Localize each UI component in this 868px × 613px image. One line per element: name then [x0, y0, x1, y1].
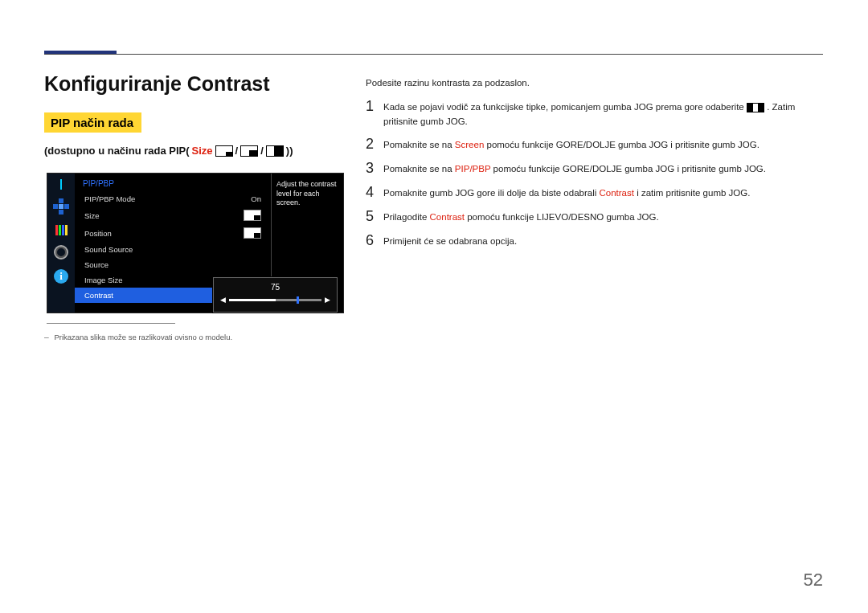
pip-size-icon-small: [215, 145, 233, 157]
osd-label: Position: [84, 229, 112, 238]
page-title: Konfiguriranje Contrast: [44, 72, 270, 96]
step-text: Primijenit će se odabrana opcija.: [383, 233, 821, 249]
step-5: 5 Prilagodite Contrast pomoću funkcije L…: [366, 209, 821, 225]
osd-row-pipmode[interactable]: PIP/PBP Mode On: [75, 191, 271, 206]
availability-size: Size: [192, 145, 213, 157]
gear-icon: [54, 245, 68, 260]
osd-label: Size: [84, 211, 99, 220]
slider-bar[interactable]: [229, 299, 321, 301]
osd-label: Sound Source: [84, 245, 133, 254]
osd-row-source[interactable]: Source: [75, 257, 271, 272]
osd-row-size[interactable]: Size: [75, 206, 271, 224]
step-text: Pomaknite gumb JOG gore ili dolje da bis…: [383, 185, 821, 201]
contrast-slider-popup: 75 ◀ ▶: [213, 277, 338, 313]
step-number: 2: [366, 137, 383, 153]
page-number: 52: [804, 570, 823, 591]
step-number: 1: [366, 99, 383, 129]
pip-preview-icon: [244, 227, 261, 239]
pip-size-icon-medium: [240, 145, 258, 157]
step-3: 3 Pomaknite se na PIP/PBP pomoću funkcij…: [366, 161, 821, 177]
osd-label: Image Size: [84, 276, 123, 284]
step-number: 6: [366, 233, 383, 249]
step-1: 1 Kada se pojavi vodič za funkcijske tip…: [366, 99, 821, 129]
dpad-icon: [53, 198, 69, 215]
osd-value: On: [251, 194, 261, 203]
info-icon: i: [54, 269, 68, 284]
monitor-icon: [60, 179, 62, 190]
step-number: 3: [366, 161, 383, 177]
slider-right-arrow-icon[interactable]: ▶: [325, 296, 330, 304]
osd-key-icon: [747, 103, 764, 112]
osd-nav: i: [47, 174, 75, 313]
footnote: ― Prikazana slika može se razlikovati ov…: [44, 333, 232, 341]
intro-text: Podesite razinu kontrasta za podzaslon.: [366, 76, 821, 91]
step-text: Kada se pojavi vodič za funkcijske tipke…: [383, 99, 821, 129]
footnote-dash: ―: [44, 333, 49, 341]
pip-size-icon-large: [266, 145, 284, 157]
step-text: Prilagodite Contrast pomoću funkcije LIJ…: [383, 209, 821, 225]
header-accent: [44, 51, 117, 54]
step-6: 6 Primijenit će se odabrana opcija.: [366, 233, 821, 249]
mode-heading: PIP način rada: [44, 112, 141, 133]
availability-suffix: )): [286, 145, 293, 157]
step-text: Pomaknite se na Screen pomoću funkcije G…: [383, 137, 821, 153]
step-text: Pomaknite se na PIP/PBP pomoću funkcije …: [383, 161, 821, 177]
slider-value: 75: [220, 283, 330, 292]
osd-row-position[interactable]: Position: [75, 224, 271, 242]
step-number: 4: [366, 185, 383, 201]
pip-preview-icon: [244, 210, 261, 221]
footnote-rule: [47, 323, 175, 324]
instructions: Podesite razinu kontrasta za podzaslon. …: [366, 76, 821, 257]
step-number: 5: [366, 209, 383, 225]
slider-track[interactable]: ◀ ▶: [220, 296, 330, 304]
step-4: 4 Pomaknite gumb JOG gore ili dolje da b…: [366, 185, 821, 201]
color-bars-icon: [55, 224, 68, 235]
osd-section-title: PIP/PBP: [75, 178, 271, 191]
osd-label: Source: [84, 260, 108, 269]
osd-row-sound[interactable]: Sound Source: [75, 242, 271, 257]
header-rule: [44, 54, 823, 55]
availability-note: (dostupno u načinu rada PIP( Size / / )): [44, 145, 293, 157]
availability-prefix: (dostupno u načinu rada PIP(: [44, 145, 190, 157]
availability-sep: /: [260, 145, 264, 157]
step-2: 2 Pomaknite se na Screen pomoću funkcije…: [366, 137, 821, 153]
slider-left-arrow-icon[interactable]: ◀: [220, 296, 226, 304]
footnote-text: Prikazana slika može se razlikovati ovis…: [54, 333, 232, 341]
osd-label: Contrast: [84, 291, 113, 300]
osd-label: PIP/PBP Mode: [84, 194, 135, 203]
availability-sep: /: [235, 145, 239, 157]
